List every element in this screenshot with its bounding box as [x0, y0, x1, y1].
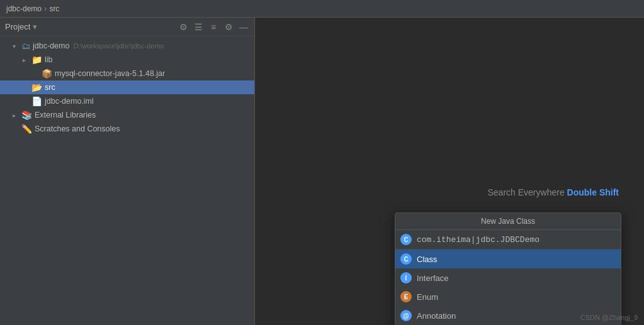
watermark-text: CSDN @Zhangj_9 [580, 314, 638, 321]
watermark: CSDN @Zhangj_9 [580, 314, 638, 321]
settings-icon[interactable]: ⚙ [178, 22, 189, 32]
collapse-icon[interactable]: ≡ [208, 22, 219, 32]
class-option-icon: C [400, 253, 412, 265]
external-lib-icon: 📚 [21, 110, 32, 120]
dialog-option-interface[interactable]: I Interface [395, 268, 621, 287]
tree-label-external-libs: External Libraries [35, 111, 96, 119]
folder-icon: 📁 [31, 55, 42, 65]
enum-option-icon: E [400, 291, 412, 302]
tree-item-src[interactable]: 📂 src [0, 80, 254, 94]
title-separator: › [44, 4, 47, 13]
tree-item-mysql-jar[interactable]: 📦 mysql-connector-java-5.1.48.jar [0, 67, 254, 80]
interface-option-label: Interface [417, 273, 449, 283]
sidebar-title: Project ▾ [5, 22, 178, 31]
tree-label-jdbc-demo: jdbc-demo [33, 41, 69, 50]
gear-icon[interactable]: ⚙ [223, 22, 234, 32]
tree-item-iml[interactable]: 📄 jdbc-demo.iml [0, 94, 254, 108]
dialog-title: New Java Class [395, 213, 621, 230]
sidebar-title-text: Project [5, 22, 30, 31]
tree-item-external-libs[interactable]: ▸ 📚 External Libraries [0, 108, 254, 122]
dialog-input-row[interactable]: C [395, 230, 621, 250]
enum-option-label: Enum [417, 292, 438, 302]
interface-option-icon: I [400, 272, 412, 284]
tree-path-jdbc-demo: D:\workspace\jdbc\jdbc-demo [73, 42, 164, 50]
sidebar: Project ▾ ⚙ ☰ ≡ ⚙ — ▾ 🗂 jdbc-demo D:\wor… [0, 18, 255, 325]
dialog-option-class[interactable]: C Class [395, 250, 621, 268]
arrow-icon: ▸ [23, 57, 31, 63]
dialog-input-field[interactable] [417, 235, 616, 245]
sidebar-dropdown-icon[interactable]: ▾ [33, 22, 37, 31]
annotation-option-label: Annotation [417, 311, 456, 321]
jar-icon: 📦 [42, 69, 52, 79]
scratch-icon: ✏️ [21, 124, 32, 134]
project-icon: 🗂 [21, 41, 30, 51]
class-option-label: Class [417, 255, 438, 264]
arrow-icon: ▸ [13, 112, 21, 119]
file-tree: ▾ 🗂 jdbc-demo D:\workspace\jdbc\jdbc-dem… [0, 36, 254, 325]
tree-label-scratches: Scratches and Consoles [35, 124, 120, 133]
tree-label-iml: jdbc-demo.iml [45, 97, 94, 106]
title-project: jdbc-demo [6, 4, 42, 13]
search-hint-prefix: Search Everywhere [488, 187, 565, 197]
tree-item-lib[interactable]: ▸ 📁 lib [0, 53, 254, 67]
list-icon[interactable]: ☰ [193, 22, 204, 32]
sidebar-toolbar-icons: ⚙ ☰ ≡ ⚙ — [178, 22, 249, 32]
tree-label-mysql-jar: mysql-connector-java-5.1.48.jar [55, 69, 165, 78]
title-bar: jdbc-demo › src [0, 0, 644, 18]
tree-label-lib: lib [45, 55, 53, 64]
new-java-class-dialog: New Java Class C C Class I Interface E [395, 212, 621, 325]
search-hint: Search Everywhere Double Shift [488, 187, 619, 197]
tree-item-scratches[interactable]: ✏️ Scratches and Consoles [0, 122, 254, 136]
dialog-option-enum[interactable]: E Enum [395, 287, 621, 306]
tree-item-jdbc-demo[interactable]: ▾ 🗂 jdbc-demo D:\workspace\jdbc\jdbc-dem… [0, 39, 254, 53]
arrow-icon: ▾ [13, 43, 21, 50]
main-content: Search Everywhere Double Shift New Java … [255, 18, 644, 325]
search-shortcut: Double Shift [567, 187, 619, 197]
folder-open-icon: 📂 [31, 82, 42, 92]
tree-label-src: src [45, 83, 55, 92]
annotation-option-icon: @ [400, 310, 412, 321]
sidebar-toolbar: Project ▾ ⚙ ☰ ≡ ⚙ — [0, 18, 254, 36]
dialog-input-icon: C [400, 234, 412, 245]
minimize-icon[interactable]: — [238, 22, 249, 32]
title-folder: src [49, 4, 59, 13]
main-layout: Project ▾ ⚙ ☰ ≡ ⚙ — ▾ 🗂 jdbc-demo D:\wor… [0, 18, 644, 325]
iml-icon: 📄 [31, 96, 42, 106]
